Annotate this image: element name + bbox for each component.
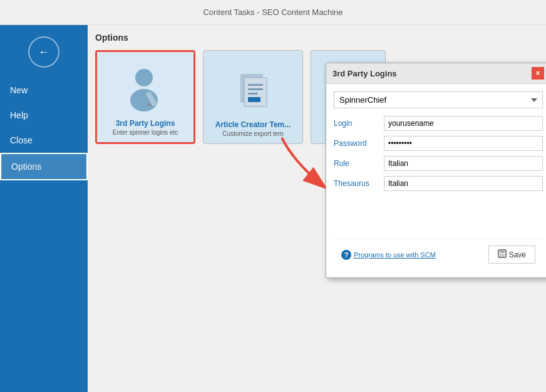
- form-row-rule: Rule: [334, 156, 543, 171]
- dialog-third-party-logins: 3rd Party Logins × SpinnerChief WordAI S…: [326, 63, 546, 278]
- dialog-close-button[interactable]: ×: [532, 67, 544, 80]
- save-button[interactable]: Save: [488, 245, 535, 264]
- sidebar-item-close[interactable]: Close: [0, 128, 88, 153]
- label-rule: Rule: [334, 159, 384, 168]
- svg-rect-6: [248, 84, 263, 86]
- svg-rect-5: [244, 78, 267, 106]
- main-layout: ← New Help Close Options Options: [0, 25, 546, 392]
- sidebar-item-new[interactable]: New: [0, 78, 88, 103]
- card-label-logins: 3rd Party Logins: [116, 119, 175, 128]
- sidebar-item-help[interactable]: Help: [0, 103, 88, 128]
- sidebar: ← New Help Close Options: [0, 25, 88, 392]
- input-password[interactable]: [384, 136, 543, 151]
- card-sublabel-logins: Enter spinner logins etc: [113, 129, 178, 136]
- title-bar: Content Tasks - SEO Content Machine: [0, 0, 546, 25]
- sidebar-item-close-label: Close: [10, 135, 33, 145]
- label-login: Login: [334, 119, 384, 128]
- back-icon: ←: [38, 46, 49, 59]
- svg-rect-7: [248, 88, 263, 90]
- spinner-select[interactable]: SpinnerChief WordAI Spinner The Best Spi…: [334, 91, 543, 108]
- card-third-party-logins[interactable]: 3rd Party Logins Enter spinner logins et…: [95, 50, 195, 144]
- user-with-pen-icon: [120, 64, 170, 114]
- sidebar-item-options[interactable]: Options: [0, 153, 88, 180]
- options-label: Options: [95, 33, 538, 43]
- card-icon-area-article: [228, 57, 278, 120]
- input-login[interactable]: [384, 116, 543, 131]
- card-label-article: Article Creator Tem...: [215, 120, 291, 129]
- input-rule[interactable]: [384, 156, 543, 171]
- svg-rect-20: [500, 250, 505, 253]
- save-icon: [498, 249, 507, 260]
- svg-rect-21: [500, 254, 505, 257]
- help-link[interactable]: ? Programs to use with SCM: [341, 250, 436, 260]
- form-row-password: Password: [334, 136, 543, 151]
- content-area: Options 3rd Party Logins En: [88, 25, 546, 392]
- close-icon: ×: [535, 69, 540, 78]
- label-password: Password: [334, 139, 384, 148]
- form-row-thesaurus: Thesaurus: [334, 176, 543, 191]
- question-icon: ?: [341, 250, 351, 260]
- help-link-text: Programs to use with SCM: [354, 251, 436, 259]
- dialog-footer: ? Programs to use with SCM Save: [334, 239, 543, 270]
- input-thesaurus[interactable]: [384, 176, 543, 191]
- back-button[interactable]: ←: [28, 36, 59, 68]
- sidebar-item-help-label: Help: [10, 110, 28, 120]
- document-icon: [228, 64, 278, 114]
- sidebar-item-options-label: Options: [11, 162, 41, 172]
- form-row-login: Login: [334, 116, 543, 131]
- card-icon-area-logins: [120, 58, 170, 119]
- sidebar-item-new-label: New: [10, 85, 28, 95]
- title-bar-text: Content Tasks - SEO Content Machine: [203, 8, 343, 17]
- svg-point-0: [135, 69, 153, 86]
- dialog-body: SpinnerChief WordAI Spinner The Best Spi…: [326, 84, 546, 277]
- label-thesaurus: Thesaurus: [334, 179, 384, 188]
- dialog-title-text: 3rd Party Logins: [332, 69, 397, 78]
- save-button-label: Save: [509, 250, 526, 259]
- svg-rect-8: [248, 93, 258, 95]
- svg-rect-9: [248, 97, 260, 102]
- dialog-title-bar: 3rd Party Logins ×: [326, 63, 546, 84]
- card-article-creator[interactable]: Article Creator Tem... Customize export …: [203, 50, 303, 144]
- card-sublabel-article: Customize export tem: [222, 130, 283, 137]
